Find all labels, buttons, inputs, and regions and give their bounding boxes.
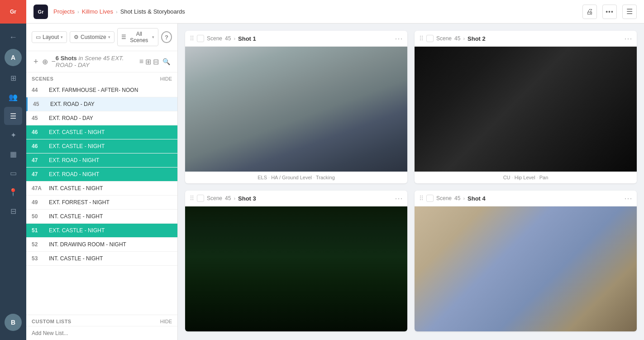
shot-more-icon[interactable]: ⋯ [624,194,632,202]
top-bar: Gr Projects › Killmo Lives › Shot Lists … [26,0,644,24]
logo-box[interactable]: Gr [33,5,48,19]
scene-name: EXT. ROAD - DAY [50,101,172,107]
bottom-user-avatar[interactable]: B [5,314,22,331]
shot-name-label: Shot 2 [467,35,486,42]
scene-item[interactable]: 51 EXT. CASTLE - NIGHT [26,224,177,238]
scene-item[interactable]: 47 EXT. ROAD - NIGHT [26,168,177,182]
shot-card-header: ⠿ Scene 45 › Shot 4 ⋯ [415,191,637,206]
customize-button[interactable]: ⚙ Customize ▾ [70,31,114,43]
shot-tags: ELS · HA / Ground Level · Tracking [185,172,407,183]
scene-name: INT. DRAWING ROOM - NIGHT [49,241,172,248]
breadcrumb-killmo[interactable]: Killmo Lives [82,8,113,15]
scene-num: 46 [32,129,44,135]
scene-num: 45 [32,115,44,121]
shot-scene-label: Scene [436,35,452,42]
shot-more-icon[interactable]: ⋯ [624,34,632,43]
zoom-out-btn[interactable]: − [52,57,56,66]
scene-item[interactable]: 49 EXT. FORREST - NIGHT [26,196,177,210]
icon-bar: Gr ← A ⊞ 👥 ☰ ✦ ▦ ▭ 📍 ⊟ B [0,0,26,340]
shot-card-header: ⠿ Scene 45 › Shot 1 ⋯ [185,31,407,47]
scenes-list: 44 EXT. FARMHOUSE - AFTER- NOON 45 EXT. … [26,83,177,315]
location-icon[interactable]: 📍 [4,183,22,201]
shot-arrow-icon: › [234,196,235,201]
add-list-input[interactable] [26,326,177,340]
scene-item[interactable]: 45 EXT. ROAD - DAY [26,111,177,125]
more-options-icon[interactable]: ••• [602,5,617,19]
shots-list-icon[interactable]: ☰ [4,107,22,125]
scene-num: 52 [32,241,44,248]
help-button[interactable]: ? [161,31,172,43]
drag-handle-icon[interactable]: ⠿ [419,195,424,202]
layout-button[interactable]: ▭ Layout ▾ [32,31,67,43]
scene-name: INT. CASTLE - NIGHT [49,213,172,220]
scene-item[interactable]: 53 INT. CASTLE - NIGHT [26,252,177,266]
shot-scene-num: 45 [454,195,460,201]
user-avatar[interactable]: A [5,49,22,66]
view-grid3-btn[interactable]: ⊟ [153,57,159,66]
sidebar: ▭ Layout ▾ ⚙ Customize ▾ ☰ All Scenes ▾ … [26,24,178,340]
scene-item[interactable]: 52 INT. DRAWING ROOM - NIGHT [26,238,177,252]
custom-lists-title: CUSTOM LISTS [32,319,72,324]
drag-handle-icon[interactable]: ⠿ [419,35,424,42]
scene-name: EXT. CASTLE - NIGHT [49,143,172,149]
menu-icon[interactable]: ☰ [622,5,637,19]
shot-arrow-icon: › [463,36,465,41]
globe-icon[interactable]: ✦ [4,126,22,144]
shot-checkbox[interactable] [197,35,204,42]
shot-more-icon[interactable]: ⋯ [395,194,403,202]
shot-tag: Pan [539,175,549,180]
document-icon[interactable]: ▭ [4,164,22,182]
scene-item[interactable]: 47A INT. CASTLE - NIGHT [26,182,177,196]
scene-item[interactable]: 45 EXT. ROAD - DAY [26,97,177,111]
shot-image [415,47,637,172]
breadcrumb-sep-2: › [116,9,118,14]
shot-card: ⠿ Scene 45 › Shot 3 ⋯ [185,191,407,331]
zoom-in-btn[interactable]: ⊕ [42,57,48,66]
scene-item[interactable]: 44 EXT. FARMHOUSE - AFTER- NOON [26,83,177,97]
add-shot-btn[interactable]: + [33,57,38,67]
shot-scene-label: Scene [207,195,222,201]
scene-item[interactable]: 46 EXT. CASTLE - NIGHT [26,139,177,153]
settings-icon[interactable]: ⊟ [4,202,22,220]
view-grid2-btn[interactable]: ⊞ [145,57,151,66]
scene-name: EXT. ROAD - NIGHT [49,157,172,163]
scene-item[interactable]: 50 INT. CASTLE - NIGHT [26,210,177,224]
scene-num: 45 [33,101,46,107]
breadcrumb-projects[interactable]: Projects [53,8,75,15]
print-icon[interactable]: 🖨 [582,5,597,19]
drag-handle-icon[interactable]: ⠿ [190,35,194,42]
view-list-btn[interactable]: ≡ [139,57,143,66]
custom-lists-hide-btn[interactable]: HIDE [160,319,172,324]
shot-tags: CU · Hip Level · Pan [415,172,637,183]
search-btn[interactable]: 🔍 [162,58,170,65]
scene-item[interactable]: 47 EXT. ROAD - NIGHT [26,153,177,168]
shot-checkbox[interactable] [426,195,434,202]
scene-num: 53 [32,255,44,262]
shot-more-icon[interactable]: ⋯ [395,34,403,43]
all-scenes-button[interactable]: ☰ All Scenes ▾ [117,28,158,46]
shot-count: 6 Shots in Scene 45 EXT. ROAD - DAY [56,55,139,68]
shot-image [185,206,407,331]
scenes-hide-btn[interactable]: HIDE [160,76,172,81]
calendar-icon[interactable]: ▦ [4,145,22,163]
layers-icon[interactable]: ⊞ [4,69,22,87]
drag-handle-icon[interactable]: ⠿ [190,195,194,202]
shot-name-label: Shot 1 [238,35,256,42]
shot-scene-num: 45 [225,35,231,42]
scene-name: EXT. FARMHOUSE - AFTER- NOON [49,87,172,93]
shot-card-header: ⠿ Scene 45 › Shot 2 ⋯ [415,31,637,47]
app-logo[interactable]: Gr [0,0,26,24]
team-icon[interactable]: 👥 [4,88,22,106]
scene-name: EXT. FORREST - NIGHT [49,199,172,206]
shots-grid: ⠿ Scene 45 › Shot 1 ⋯ ELS · HA / Ground … [185,31,637,331]
scene-item[interactable]: 46 EXT. CASTLE - NIGHT [26,125,177,139]
custom-lists-header: CUSTOM LISTS HIDE [26,315,177,326]
breadcrumb-sep-1: › [77,9,79,14]
scene-num: 51 [32,227,44,234]
scene-name: EXT. CASTLE - NIGHT [49,227,172,234]
shot-checkbox[interactable] [197,195,204,202]
back-nav-icon[interactable]: ← [4,28,22,46]
shot-checkbox[interactable] [426,35,434,42]
scene-name: EXT. CASTLE - NIGHT [49,129,172,135]
scene-name: EXT. ROAD - DAY [49,115,172,121]
